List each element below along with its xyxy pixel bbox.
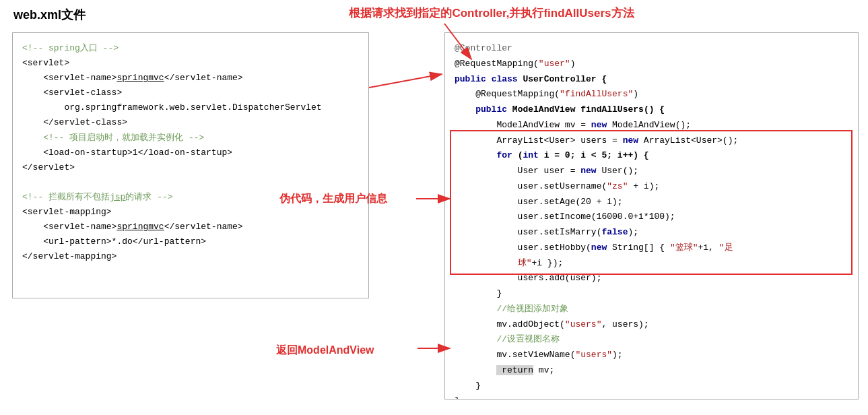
left-line-15: </servlet-mapping>: [22, 249, 359, 264]
left-line-3: <servlet-name>springmvc</servlet-name>: [22, 71, 359, 86]
right-line-5: public ModelAndView findAllUsers() {: [455, 102, 848, 118]
right-line-17: }: [455, 286, 848, 302]
left-line-10: [22, 175, 359, 190]
right-line-24: }: [455, 393, 848, 400]
left-line-8: <load-on-startup>1</load-on-startup>: [22, 146, 359, 160]
right-line-11: user.setAge(20 + i);: [455, 195, 848, 210]
left-line-13: <servlet-name>springmvc</servlet-name>: [22, 220, 359, 234]
left-line-1: <!-- spring入口 -->: [22, 41, 359, 56]
annotation-mid: 伪代码，生成用户信息: [279, 192, 387, 206]
right-line-21: mv.setViewName("users");: [455, 348, 848, 363]
right-line-23: }: [455, 379, 848, 394]
right-line-4: @RequestMapping("findAllUsers"): [455, 87, 848, 102]
right-line-22: return mv;: [455, 363, 848, 379]
right-line-6: ModelAndView mv = new ModelAndView();: [455, 118, 848, 133]
right-line-7: ArrayList<User> users = new ArrayList<Us…: [455, 133, 848, 149]
right-line-18: //给视图添加对象: [455, 302, 848, 317]
left-line-7: <!-- 项目启动时，就加载并实例化 -->: [22, 131, 359, 146]
left-line-4: <servlet-class>: [22, 86, 359, 100]
left-code-panel: <!-- spring入口 --> <servlet> <servlet-nam…: [12, 32, 369, 298]
right-line-9: User user = new User();: [455, 164, 848, 179]
right-line-10: user.setUsername("zs" + i);: [455, 179, 848, 195]
right-line-20: //设置视图名称: [455, 332, 848, 348]
right-line-12: user.setIncome(16000.0+i*100);: [455, 210, 848, 225]
left-line-12: <servlet-mapping>: [22, 205, 359, 220]
left-line-14: <url-pattern>*.do</url-pattern>: [22, 234, 359, 249]
right-line-8: for (int i = 0; i < 5; i++) {: [455, 148, 848, 164]
annotation-top: 根据请求找到指定的Controller,并执行findAllUsers方法: [256, 5, 727, 21]
left-line-5: org.springframework.web.servlet.Dispatch…: [22, 100, 359, 115]
left-line-2: <servlet>: [22, 56, 359, 71]
right-line-3: public class UserController {: [455, 72, 848, 88]
right-line-14: user.setHobby(new String[] { "篮球"+i, "足: [455, 241, 848, 256]
right-line-16: users.add(user);: [455, 271, 848, 286]
left-line-6: </servlet-class>: [22, 115, 359, 130]
right-line-13: user.setIsMarry(false);: [455, 225, 848, 241]
right-line-2: @RequestMapping("user"): [455, 57, 848, 72]
right-line-1: @Controller: [455, 41, 848, 57]
annotation-bottom: 返回ModelAndView: [276, 344, 374, 358]
right-line-15: 球"+i });: [455, 256, 848, 272]
page-title: web.xml文件: [13, 7, 86, 23]
right-line-19: mv.addObject("users", users);: [455, 317, 848, 333]
svg-line-2: [369, 74, 442, 88]
left-line-9: </servlet>: [22, 160, 359, 175]
right-code-panel: @Controller @RequestMapping("user") publ…: [444, 32, 859, 400]
